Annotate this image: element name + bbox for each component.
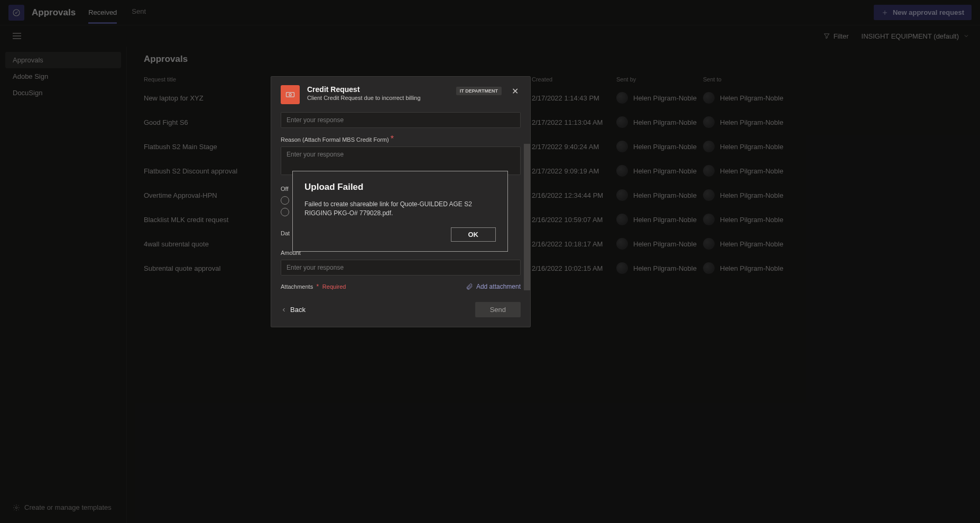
add-attachment-label: Add attachment bbox=[476, 283, 521, 290]
upload-failed-alert: Upload Failed Failed to create shareable… bbox=[292, 171, 508, 252]
response-input-top[interactable] bbox=[281, 112, 521, 128]
modal-footer: Back Send bbox=[271, 290, 530, 317]
office-label-partial: Off bbox=[281, 186, 288, 192]
close-icon[interactable]: ✕ bbox=[509, 85, 521, 97]
alert-ok-button[interactable]: OK bbox=[451, 227, 496, 242]
modal-badge: IT DEPARTMENT bbox=[456, 87, 502, 95]
back-label: Back bbox=[290, 306, 306, 314]
attachments-label: Attachments bbox=[281, 283, 313, 290]
reason-label: Reason (Attach Formal MBS Credit Form) bbox=[281, 136, 389, 143]
back-button[interactable]: Back bbox=[281, 306, 306, 314]
svg-rect-2 bbox=[286, 93, 294, 97]
alert-title: Upload Failed bbox=[304, 182, 496, 192]
modal-header: Credit Request Client Credit Request due… bbox=[271, 77, 530, 109]
amount-input[interactable] bbox=[281, 260, 521, 276]
add-attachment-button[interactable]: Add attachment bbox=[466, 283, 521, 290]
alert-body: Failed to create shareable link for Quot… bbox=[304, 200, 496, 218]
paperclip-icon bbox=[466, 283, 473, 290]
modal-subtitle: Client Credit Request due to incorrect b… bbox=[307, 95, 449, 101]
date-label-partial: Dat bbox=[281, 230, 290, 236]
radio-icon bbox=[281, 208, 289, 216]
send-button[interactable]: Send bbox=[475, 302, 521, 317]
modal-scrollbar[interactable] bbox=[524, 144, 530, 290]
chevron-left-icon bbox=[281, 307, 287, 313]
svg-point-3 bbox=[289, 94, 291, 96]
radio-icon bbox=[281, 196, 289, 205]
required-tag: Required bbox=[322, 283, 346, 290]
modal-template-icon bbox=[281, 85, 300, 104]
modal-title: Credit Request bbox=[307, 85, 449, 94]
